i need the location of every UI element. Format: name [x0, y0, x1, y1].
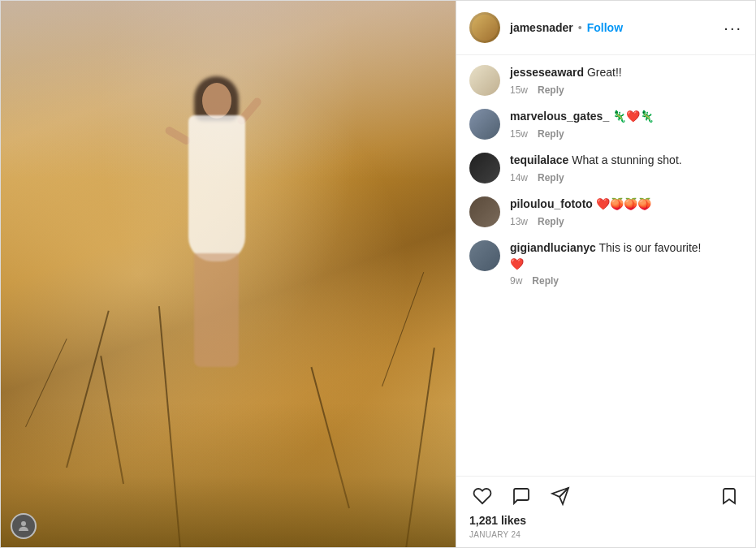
- comment-content-text: ❤️🍑🍑🍑: [596, 197, 651, 210]
- reply-button[interactable]: Reply: [538, 128, 564, 140]
- heart-icon: [473, 486, 492, 506]
- comment-item: tequilalace What a stunning shot. 14w Re…: [469, 153, 742, 183]
- comment-body: jesseseaward Great!! 15w Reply: [510, 65, 742, 96]
- figure: [160, 83, 274, 391]
- comment-icon: [512, 486, 531, 506]
- reply-button[interactable]: Reply: [532, 275, 559, 287]
- bookmark-icon: [719, 486, 739, 506]
- figure-body: [188, 115, 245, 261]
- follow-button[interactable]: Follow: [587, 21, 623, 34]
- comment-meta: 15w Reply: [510, 128, 742, 140]
- comment-avatar-gigian: [469, 240, 500, 271]
- comment-meta: 14w Reply: [510, 172, 742, 183]
- comment-content-text: What a stunning shot.: [572, 153, 681, 166]
- comment-username[interactable]: tequilalace: [510, 153, 568, 166]
- figure-head: [202, 83, 231, 119]
- post-image: [1, 1, 456, 548]
- svg-point-0: [21, 521, 26, 526]
- comment-time: 15w: [510, 128, 528, 140]
- reply-button[interactable]: Reply: [538, 216, 564, 227]
- post-date: JANUARY 24: [469, 530, 742, 539]
- comment-meta: 13w Reply: [510, 216, 742, 227]
- comment-time: 15w: [510, 84, 528, 96]
- like-button[interactable]: [469, 483, 495, 509]
- comment-body: gigiandlucianyc This is our favourite!❤️…: [510, 240, 742, 287]
- share-icon: [551, 486, 570, 506]
- likes-count: 1,281 likes: [469, 514, 742, 527]
- post-container: jamesnader • Follow ··· jesseseaward Gre…: [0, 0, 756, 548]
- grass-overlay: [1, 403, 456, 548]
- actions-bar: 1,281 likes JANUARY 24: [456, 476, 755, 548]
- comment-meta: 9w Reply: [510, 275, 742, 287]
- comment-item: piloulou_fototo ❤️🍑🍑🍑 13w Reply: [469, 196, 742, 227]
- stick-7: [382, 272, 424, 386]
- comment-item: jesseseaward Great!! 15w Reply: [469, 65, 742, 96]
- comment-username[interactable]: marvelous_gates_: [510, 110, 609, 123]
- comment-username[interactable]: piloulou_fototo: [510, 197, 593, 210]
- header-info: jamesnader • Follow: [510, 21, 724, 34]
- header-dot: •: [578, 21, 582, 34]
- reply-button[interactable]: Reply: [538, 84, 564, 96]
- comment-avatar-marvelous: [469, 109, 500, 140]
- comment-time: 13w: [510, 216, 528, 227]
- header-avatar: [469, 12, 500, 43]
- header-username[interactable]: jamesnader: [510, 21, 573, 34]
- post-panel: jamesnader • Follow ··· jesseseaward Gre…: [456, 1, 755, 548]
- comment-avatar-tequila: [469, 153, 500, 183]
- comment-body: marvelous_gates_ 🦎❤️🦎 15w Reply: [510, 109, 742, 140]
- comment-item: marvelous_gates_ 🦎❤️🦎 15w Reply: [469, 109, 742, 140]
- comment-avatar-jessesea: [469, 65, 500, 96]
- share-button[interactable]: [547, 483, 573, 509]
- photo-avatar: [11, 513, 37, 539]
- reply-button[interactable]: Reply: [538, 172, 564, 183]
- comment-body: piloulou_fototo ❤️🍑🍑🍑 13w Reply: [510, 196, 742, 227]
- comment-username[interactable]: gigiandlucianyc: [510, 241, 596, 254]
- post-header: jamesnader • Follow ···: [456, 1, 755, 55]
- comment-text: piloulou_fototo ❤️🍑🍑🍑: [510, 196, 742, 213]
- action-icons: [469, 483, 742, 509]
- comment-text: jesseseaward Great!!: [510, 65, 742, 81]
- comment-meta: 15w Reply: [510, 84, 742, 96]
- comment-content-text: 🦎❤️🦎: [612, 110, 654, 123]
- comment-text: tequilalace What a stunning shot.: [510, 153, 742, 169]
- header-avatar-inner: [472, 15, 498, 41]
- comment-body: tequilalace What a stunning shot. 14w Re…: [510, 153, 742, 183]
- comment-item: gigiandlucianyc This is our favourite!❤️…: [469, 240, 742, 287]
- comments-area[interactable]: jesseseaward Great!! 15w Reply marvelous…: [456, 55, 755, 476]
- bookmark-button[interactable]: [716, 483, 742, 509]
- more-options-button[interactable]: ···: [724, 19, 742, 36]
- figure-legs: [194, 253, 239, 367]
- comment-time: 14w: [510, 172, 528, 183]
- comment-text: marvelous_gates_ 🦎❤️🦎: [510, 109, 742, 125]
- comment-content-text: Great!!: [587, 66, 622, 79]
- comment-avatar-piloulou: [469, 196, 500, 227]
- comment-text: gigiandlucianyc This is our favourite!❤️: [510, 240, 742, 272]
- comment-time: 9w: [510, 275, 522, 287]
- comment-username[interactable]: jesseseaward: [510, 66, 584, 79]
- comment-button[interactable]: [508, 483, 534, 509]
